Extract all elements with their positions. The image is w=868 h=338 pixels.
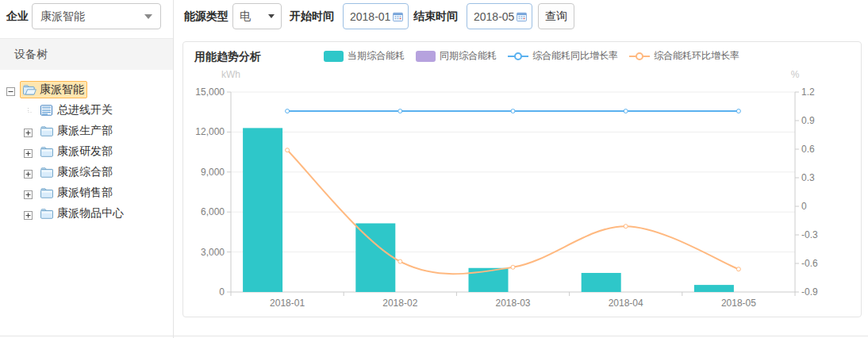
expand-plus-icon[interactable]: [24, 148, 33, 156]
energy-type-select[interactable]: 电: [232, 3, 282, 29]
tree-row: 康派生产部: [0, 121, 173, 141]
calendar-icon[interactable]: [517, 11, 527, 22]
line-marker[interactable]: [624, 109, 628, 113]
tree-node[interactable]: 康派研发部: [37, 143, 116, 160]
energy-type-value: 电: [240, 10, 251, 24]
enterprise-dropdown[interactable]: 康派智能: [32, 3, 161, 29]
line-marker[interactable]: [736, 267, 740, 271]
folder-icon: [40, 187, 54, 198]
bar[interactable]: [694, 285, 734, 292]
x-axis-label: 2018-03: [495, 298, 530, 309]
expand-plus-icon[interactable]: [24, 127, 33, 136]
line-marker[interactable]: [511, 109, 515, 113]
bar[interactable]: [582, 273, 621, 292]
tree-node[interactable]: 康派智能: [20, 81, 87, 98]
x-axis-label: 2018-01: [270, 298, 305, 309]
tree-row: 康派智能: [0, 79, 173, 100]
bar[interactable]: [355, 223, 395, 292]
folder-open-icon: [23, 84, 36, 95]
chart-panel: 用能趋势分析 当期综合能耗同期综合能耗综合能耗同比增长率综合能耗环比增长率 03…: [182, 41, 862, 317]
enterprise-dropdown-value: 康派智能: [40, 10, 85, 24]
expand-plus-icon[interactable]: [24, 189, 33, 198]
enterprise-label: 企业: [6, 10, 29, 24]
meter-icon: [40, 105, 54, 116]
tree-node-label: 康派综合部: [57, 165, 113, 179]
tree-node-label: 康派生产部: [57, 124, 113, 138]
tree-node-label: 康派销售部: [57, 186, 113, 200]
left-axis-name: kWh: [221, 69, 240, 80]
tree-node[interactable]: 总进线开关: [37, 102, 116, 119]
left-axis-tick-label: 15,000: [195, 86, 225, 98]
left-axis-tick-label: 12,000: [195, 126, 225, 137]
right-axis-tick-label: -0.3: [801, 229, 818, 240]
tree-node-label: 康派研发部: [57, 144, 113, 159]
x-axis-label: 2018-05: [721, 298, 756, 309]
tree-row: 康派综合部: [0, 162, 173, 182]
tree-node-label: 康派智能: [40, 83, 84, 97]
tree-row: 康派研发部: [0, 141, 173, 162]
left-axis-tick-label: 6,000: [201, 206, 225, 217]
folder-icon: [40, 208, 54, 219]
caret-down-icon: [268, 14, 275, 18]
right-axis-tick-label: 0.6: [801, 144, 815, 155]
tree-row: 总进线开关: [0, 100, 173, 121]
right-axis-tick-label: 0: [801, 201, 807, 212]
right-axis-tick-label: -0.6: [801, 258, 818, 269]
expand-plus-icon[interactable]: [24, 209, 33, 218]
right-axis-tick-label: 1.2: [801, 86, 815, 98]
tree-node[interactable]: 康派物品中心: [37, 205, 127, 222]
tree-row: 康派销售部: [0, 182, 173, 203]
left-axis-tick-label: 3,000: [201, 247, 225, 258]
page-bottom-border: [0, 336, 868, 336]
tree-node-label: 康派物品中心: [57, 206, 124, 221]
start-time-input[interactable]: [350, 10, 393, 23]
line-marker[interactable]: [511, 265, 515, 269]
x-axis-label: 2018-04: [609, 298, 643, 309]
trend-chart: 03,0006,0009,00012,00015,000-0.9-0.6-0.3…: [183, 42, 861, 317]
start-time-label: 开始时间: [290, 10, 334, 24]
tree-row: 康派物品中心: [0, 203, 173, 224]
line-marker[interactable]: [398, 109, 402, 113]
right-axis-tick-label: 0.9: [801, 115, 815, 126]
tree-node[interactable]: 康派生产部: [37, 122, 116, 140]
tree-connector: [24, 106, 33, 115]
end-time-label: 结束时间: [413, 10, 458, 24]
bar[interactable]: [243, 128, 282, 292]
expand-plus-icon[interactable]: [24, 168, 33, 177]
right-axis-tick-label: -0.9: [801, 286, 818, 298]
start-time-picker[interactable]: [343, 3, 409, 29]
left-axis-tick-label: 0: [219, 286, 225, 298]
tree-node[interactable]: 康派销售部: [37, 184, 116, 202]
tree-node[interactable]: 康派综合部: [37, 163, 116, 181]
query-button[interactable]: 查询: [538, 3, 574, 29]
sidebar-divider: [173, 0, 174, 338]
line-marker[interactable]: [398, 259, 402, 263]
left-axis-tick-label: 9,000: [201, 167, 225, 178]
device-tree-header: 设备树: [0, 38, 173, 70]
line-marker[interactable]: [624, 225, 628, 229]
folder-icon: [40, 125, 54, 136]
energy-type-label: 能源类型: [184, 10, 229, 24]
end-time-input[interactable]: [474, 10, 517, 23]
folder-icon: [40, 167, 54, 178]
tree-node-label: 总进线开关: [57, 103, 113, 117]
device-tree-title: 设备树: [14, 48, 48, 62]
calendar-icon[interactable]: [393, 11, 403, 22]
energy-analysis-page: 企业 康派智能 能源类型 电 开始时间 结束时间 查询 设备树 康派智能总进线开: [0, 0, 868, 338]
line-marker[interactable]: [286, 109, 290, 113]
x-axis-label: 2018-02: [382, 298, 417, 309]
caret-down-icon: [144, 14, 152, 19]
line-marker[interactable]: [286, 148, 290, 152]
line-marker[interactable]: [736, 109, 740, 113]
right-axis-tick-label: 0.3: [801, 172, 815, 183]
end-time-picker[interactable]: [467, 3, 532, 29]
expand-minus-icon[interactable]: [6, 86, 15, 94]
device-tree: 康派智能总进线开关康派生产部康派研发部康派综合部康派销售部康派物品中心: [0, 79, 173, 224]
right-axis-name: %: [791, 69, 800, 80]
folder-icon: [40, 146, 54, 157]
